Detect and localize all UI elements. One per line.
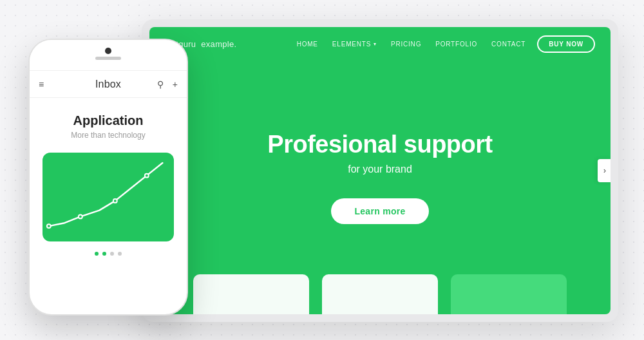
laptop-body: Netguru example. HOME ELEMENTS ▾ PRICING xyxy=(142,19,618,322)
dot-3 xyxy=(110,252,114,256)
search-icon[interactable]: ⚲ xyxy=(157,79,164,90)
inbox-title: Inbox xyxy=(95,79,121,90)
nav-link-home[interactable]: HOME xyxy=(297,41,318,48)
nav-link-elements[interactable]: ELEMENTS ▾ xyxy=(332,41,377,48)
laptop-hero: Profesional support for your brand Learn… xyxy=(149,27,611,314)
dot-1 xyxy=(95,252,99,256)
nav-link-portfolio[interactable]: PORTFOLIO xyxy=(435,41,477,48)
elements-caret: ▾ xyxy=(374,41,377,47)
phone-inbox-bar: ≡ Inbox ⚲ + xyxy=(30,71,187,98)
phone-camera xyxy=(105,48,111,54)
nav-link-contact[interactable]: CONTACT xyxy=(491,41,526,48)
carousel-dots xyxy=(43,252,174,256)
laptop-card-3 xyxy=(451,274,567,314)
phone-chart-card xyxy=(43,153,174,241)
dot-4 xyxy=(118,252,122,256)
nav-link-pricing[interactable]: PRICING xyxy=(391,41,421,48)
svg-point-7 xyxy=(146,175,148,177)
laptop-card-1 xyxy=(193,274,309,314)
laptop-card-2 xyxy=(322,274,438,314)
laptop-screen: Netguru example. HOME ELEMENTS ▾ PRICING xyxy=(149,27,611,314)
laptop-nav-links: HOME ELEMENTS ▾ PRICING PORTFOLIO CONTAC… xyxy=(297,41,526,48)
phone-body: ≡ Inbox ⚲ + Application More than techno… xyxy=(28,39,188,316)
phone-device: ≡ Inbox ⚲ + Application More than techno… xyxy=(28,39,188,316)
phone-top-bar xyxy=(30,40,187,71)
svg-point-4 xyxy=(48,225,50,227)
chart-svg xyxy=(43,153,174,241)
phone-speaker xyxy=(95,57,121,60)
app-subtitle: More than technology xyxy=(43,131,174,140)
add-icon[interactable]: + xyxy=(173,79,178,90)
app-title: Application xyxy=(43,113,174,128)
svg-point-5 xyxy=(79,215,82,218)
logo-suffix: example. xyxy=(201,39,236,49)
phone-content: Application More than technology xyxy=(30,98,187,266)
laptop-buy-now-button[interactable]: BUY NOW xyxy=(537,35,595,53)
hero-title: Profesional support xyxy=(267,131,492,158)
laptop-device: Netguru example. HOME ELEMENTS ▾ PRICING xyxy=(142,19,618,328)
laptop-navbar: Netguru example. HOME ELEMENTS ▾ PRICING xyxy=(149,27,611,61)
learn-more-button[interactable]: Learn more xyxy=(331,198,428,224)
hamburger-icon[interactable]: ≡ xyxy=(39,79,44,90)
laptop-chevron-icon[interactable]: › xyxy=(598,159,611,182)
inbox-action-icons: ⚲ + xyxy=(157,79,178,90)
svg-point-6 xyxy=(114,200,117,202)
laptop-bottom-cards xyxy=(149,274,611,314)
dot-2 xyxy=(102,252,106,256)
hero-subtitle: for your brand xyxy=(348,164,412,175)
